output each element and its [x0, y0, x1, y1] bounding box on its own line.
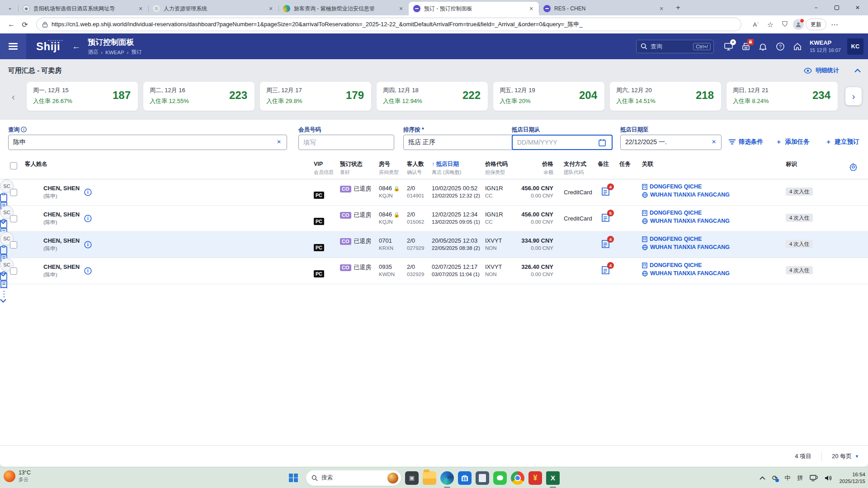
- breadcrumb-hotel[interactable]: 酒店: [88, 49, 98, 56]
- company-link[interactable]: DONGFENG QICHE: [650, 210, 702, 216]
- header-links[interactable]: 关联: [642, 160, 653, 168]
- header-arrival-sorted[interactable]: ↑ 抵店日期离店 (房晚数): [432, 160, 461, 176]
- address-pill[interactable]: https://cn1.web.ep.shiji.world/individua…: [36, 18, 741, 31]
- reservation-row[interactable]: SC CHEN, SHEN(陈申) i PC CO已退房 0846 🔒KQJN …: [0, 179, 868, 206]
- row-checkbox[interactable]: [10, 189, 17, 196]
- notes-icon-button[interactable]: 4: [601, 239, 610, 249]
- select-all-checkbox[interactable]: [10, 162, 17, 169]
- guest-info-icon[interactable]: i: [84, 215, 92, 222]
- availability-card[interactable]: 周三, 12月 17 入住率 29.8% 179: [260, 82, 371, 111]
- tab-list-chevron-icon[interactable]: ⌄: [4, 1, 16, 14]
- page-size-select[interactable]: 20 每页▼: [832, 452, 859, 460]
- breadcrumb-property[interactable]: KWEAP: [105, 50, 124, 55]
- new-tab-button[interactable]: +: [672, 1, 684, 14]
- arrival-to-input[interactable]: [620, 135, 722, 150]
- user-avatar[interactable]: KC: [847, 38, 863, 55]
- taskbar-excel[interactable]: X: [546, 471, 560, 485]
- availability-card[interactable]: 周六, 12月 20 入住率 14.51% 218: [610, 82, 721, 111]
- header-payment[interactable]: 支付方式团队代码: [564, 160, 586, 176]
- detail-statistics-link[interactable]: 明细统计: [816, 66, 839, 75]
- taskbar-edge-browser[interactable]: [440, 471, 454, 485]
- notes-icon-button[interactable]: 4: [601, 187, 610, 196]
- browser-profile-avatar[interactable]: [793, 19, 804, 30]
- guest-name[interactable]: CHEN, SHEN(陈申): [43, 263, 80, 278]
- query-clear-icon[interactable]: ✕: [277, 139, 281, 145]
- home-icon[interactable]: [790, 39, 805, 54]
- workstation-icon[interactable]: ✕: [721, 39, 736, 54]
- page-back-icon[interactable]: ←: [72, 42, 80, 52]
- read-aloud-icon[interactable]: Aʾ: [750, 18, 762, 31]
- header-tasks[interactable]: 任务: [619, 160, 631, 168]
- refresh-icon[interactable]: ⟳: [18, 18, 32, 31]
- cashier-icon[interactable]: [738, 39, 754, 54]
- company-link[interactable]: DONGFENG QICHE: [650, 183, 702, 190]
- availability-card[interactable]: 周五, 12月 19 入住率 20% 204: [493, 82, 604, 111]
- header-tags[interactable]: 标识: [786, 160, 797, 168]
- breadcrumb-reservation[interactable]: 预订: [131, 49, 142, 56]
- calendar-icon[interactable]: [599, 139, 606, 146]
- back-icon[interactable]: ←: [5, 18, 18, 31]
- header-guest[interactable]: 客人姓名: [25, 160, 47, 168]
- collections-icon[interactable]: ⛉: [778, 18, 791, 31]
- header-vip[interactable]: VIP会员信息: [314, 160, 334, 176]
- agent-link[interactable]: WUHAN TIANXIA FANGCANG: [650, 244, 730, 250]
- guest-info-icon[interactable]: i: [84, 188, 92, 196]
- property-info[interactable]: KWEAP 15 12月 16:07: [810, 39, 841, 54]
- header-status[interactable]: 预订状态喜好: [340, 160, 363, 176]
- header-rate[interactable]: 价格代码担保类型: [485, 160, 508, 176]
- network-tray-icon[interactable]: [810, 475, 818, 481]
- sort-select[interactable]: [403, 135, 520, 150]
- tab-hr-system[interactable]: S 人力资源管理系统 ✕: [148, 2, 278, 15]
- taskbar-chrome[interactable]: [511, 471, 524, 485]
- reservation-row-selected[interactable]: SC CHEN, SHEN(陈申) i PC CO已退房 0701 🔒KRXN …: [0, 232, 868, 258]
- cards-prev-icon[interactable]: ‹: [12, 92, 15, 102]
- tab-close-icon[interactable]: ✕: [527, 5, 535, 13]
- global-search-input[interactable]: 查询 Ctrl+/: [636, 40, 714, 53]
- guest-name[interactable]: CHEN, SHEN(陈申): [43, 237, 80, 252]
- restore-button[interactable]: [826, 0, 847, 15]
- header-guests[interactable]: 客人数确认号: [407, 160, 424, 176]
- volume-tray-icon[interactable]: [825, 475, 832, 481]
- header-price[interactable]: 价格余额: [542, 160, 553, 176]
- company-link[interactable]: DONGFENG QICHE: [650, 262, 702, 268]
- header-notes[interactable]: 备注: [598, 160, 609, 168]
- reservation-row[interactable]: SC CHEN, SHEN(陈申) i PC CO已退房 0935 🔒KWDN …: [0, 258, 868, 284]
- help-icon[interactable]: ?: [773, 39, 788, 54]
- tray-expand-chevron-icon[interactable]: [760, 476, 765, 480]
- taskbar-microsoft-store[interactable]: [458, 471, 472, 485]
- tab-res-chen[interactable]: RES - CHEN ✕: [539, 2, 669, 15]
- favorite-star-icon[interactable]: ☆: [764, 18, 777, 31]
- notes-icon-button[interactable]: 5: [601, 213, 610, 222]
- browser-menu-icon[interactable]: ⋯: [828, 18, 841, 31]
- company-link[interactable]: DONGFENG QICHE: [650, 236, 702, 242]
- taskbar-weather-widget[interactable]: 13°C 多云: [4, 469, 31, 483]
- tab-police-info[interactable]: 旅客查询 - 紫楠旅馆业治安信息管 ✕: [278, 2, 409, 15]
- collapse-chevron-icon[interactable]: [854, 69, 861, 73]
- tab-close-icon[interactable]: ✕: [267, 5, 275, 13]
- tab-close-icon[interactable]: ✕: [137, 5, 145, 13]
- column-settings-gear-icon[interactable]: [849, 163, 857, 171]
- availability-card[interactable]: 周一, 12月 15 入住率 26.67% 187: [27, 82, 138, 111]
- guest-info-icon[interactable]: i: [84, 241, 92, 249]
- minimize-button[interactable]: −: [806, 0, 826, 15]
- row-more-menu-icon[interactable]: ⋮: [0, 289, 868, 299]
- availability-card[interactable]: 周日, 12月 21 入住率 8.24% 234: [726, 82, 838, 111]
- taskbar-search-input[interactable]: 搜索: [306, 470, 401, 486]
- taskbar-clock[interactable]: 16:54 2025/12/15: [839, 471, 865, 485]
- agent-link[interactable]: WUHAN TIANXIA FANGCANG: [650, 192, 730, 198]
- browser-update-button[interactable]: 更新: [806, 19, 826, 30]
- member-input[interactable]: [298, 135, 394, 150]
- row-expand-chevron-icon[interactable]: [0, 299, 868, 303]
- reservation-row[interactable]: SC CHEN, SHEN(陈申) i PC CO已退房 0846 🔒KQJN …: [0, 206, 868, 232]
- arrival-from-input[interactable]: [512, 135, 613, 150]
- tab-reservation-dashboard-active[interactable]: 预订 - 预订控制面板 ✕: [409, 2, 539, 15]
- guest-name[interactable]: CHEN, SHEN(陈申): [43, 211, 80, 226]
- header-room[interactable]: 房号房间类型: [379, 160, 399, 176]
- guest-name[interactable]: CHEN, SHEN(陈申): [43, 185, 80, 200]
- tab-close-icon[interactable]: ✕: [397, 5, 405, 13]
- row-checkbox[interactable]: [10, 241, 17, 249]
- sync-tray-icon[interactable]: ⟳: [772, 474, 778, 482]
- query-input[interactable]: [8, 135, 287, 150]
- tab-close-icon[interactable]: ✕: [657, 5, 665, 13]
- taskbar-finance-app[interactable]: ¥: [528, 471, 542, 485]
